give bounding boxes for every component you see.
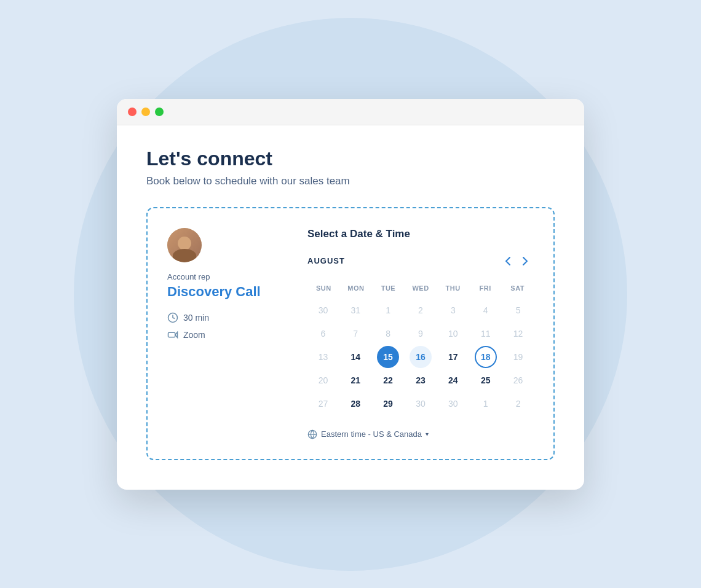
- day-fri: FRI: [469, 282, 502, 294]
- calendar-day: 31: [344, 299, 366, 321]
- calendar-day: 30: [442, 393, 464, 415]
- calendar-day: 8: [377, 323, 399, 345]
- day-thu: THU: [437, 282, 469, 294]
- clock-icon: [167, 312, 178, 323]
- calendar-day[interactable]: 21: [344, 369, 366, 391]
- calendar-day: 20: [312, 369, 334, 391]
- calendar-day: 4: [475, 299, 497, 321]
- booking-card: Account rep Discovery Call 30 min: [146, 207, 555, 460]
- calendar-day[interactable]: 17: [442, 346, 464, 368]
- calendar-day: 13: [312, 346, 334, 368]
- left-panel: Account rep Discovery Call 30 min: [167, 228, 278, 439]
- calendar-day[interactable]: 24: [442, 369, 464, 391]
- calendar-day: 1: [377, 299, 399, 321]
- minimize-button[interactable]: [141, 108, 150, 116]
- calendar-day: 11: [475, 323, 497, 345]
- calendar-day[interactable]: 23: [410, 369, 432, 391]
- chevron-down-icon: ▾: [426, 431, 429, 437]
- day-mon: MON: [340, 282, 373, 294]
- duration-meta: 30 min: [167, 312, 278, 323]
- timezone-label: Eastern time - US & Canada: [321, 429, 422, 439]
- browser-content: Let's connect Book below to schedule wit…: [117, 125, 584, 460]
- close-button[interactable]: [128, 108, 137, 116]
- calendar-day[interactable]: 25: [475, 369, 497, 391]
- calendar-day[interactable]: 28: [344, 393, 366, 415]
- next-month-button[interactable]: [517, 253, 534, 270]
- svg-rect-1: [168, 332, 175, 337]
- calendar-day: 27: [312, 393, 334, 415]
- calendar-day: 7: [344, 323, 366, 345]
- page-title: Let's connect: [146, 147, 555, 170]
- video-icon: [167, 329, 178, 340]
- meeting-type-label: Zoom: [183, 330, 205, 340]
- day-headers: SUN MON TUE WED THU FRI SAT: [307, 282, 534, 294]
- calendar-day: 2: [410, 299, 432, 321]
- select-datetime-label: Select a Date & Time: [307, 228, 534, 240]
- calendar-grid: SUN MON TUE WED THU FRI SAT 303112345678…: [307, 282, 534, 415]
- prev-month-button[interactable]: [499, 253, 517, 270]
- calendar-day[interactable]: 16: [410, 346, 432, 368]
- calendar-day: 12: [507, 323, 529, 345]
- calendar-day: 9: [410, 323, 432, 345]
- calendar-day[interactable]: 18: [475, 346, 497, 368]
- page-header: Let's connect Book below to schedule wit…: [146, 147, 555, 187]
- avatar-image: [167, 228, 202, 262]
- page-subtitle: Book below to schedule with our sales te…: [146, 175, 555, 187]
- maximize-button[interactable]: [155, 108, 164, 116]
- calendar-day: 30: [312, 299, 334, 321]
- calendar-day: 10: [442, 323, 464, 345]
- day-tue: TUE: [372, 282, 405, 294]
- calendar-day[interactable]: 22: [377, 369, 399, 391]
- calendar-days: 3031123456789101112131415161718192021222…: [307, 299, 534, 415]
- month-label: AUGUST: [307, 256, 499, 265]
- calendar-day: 19: [507, 346, 529, 368]
- timezone-selector[interactable]: Eastern time - US & Canada ▾: [307, 429, 534, 439]
- day-sat: SAT: [501, 282, 534, 294]
- meeting-type-meta: Zoom: [167, 329, 278, 340]
- day-sun: SUN: [307, 282, 340, 294]
- calendar-day: 6: [312, 323, 334, 345]
- calendar-day: 2: [507, 393, 529, 415]
- globe-icon: [307, 429, 317, 439]
- calendar-day: 3: [442, 299, 464, 321]
- background-circle: Let's connect Book below to schedule wit…: [74, 18, 627, 571]
- month-nav: AUGUST: [307, 253, 534, 270]
- browser-window: Let's connect Book below to schedule wit…: [117, 99, 584, 490]
- calendar-day: 30: [410, 393, 432, 415]
- avatar: [167, 228, 202, 262]
- calendar-day: 1: [475, 393, 497, 415]
- calendar-day[interactable]: 14: [344, 346, 366, 368]
- calendar-day: 26: [507, 369, 529, 391]
- event-title: Discovery Call: [167, 284, 278, 300]
- calendar-day[interactable]: 29: [377, 393, 399, 415]
- browser-titlebar: [117, 99, 584, 125]
- duration-label: 30 min: [183, 313, 209, 323]
- account-rep-label: Account rep: [167, 272, 278, 281]
- right-panel: Select a Date & Time AUGUST: [307, 228, 534, 439]
- day-wed: WED: [405, 282, 437, 294]
- calendar-day: 5: [507, 299, 529, 321]
- calendar-day[interactable]: 15: [377, 346, 399, 368]
